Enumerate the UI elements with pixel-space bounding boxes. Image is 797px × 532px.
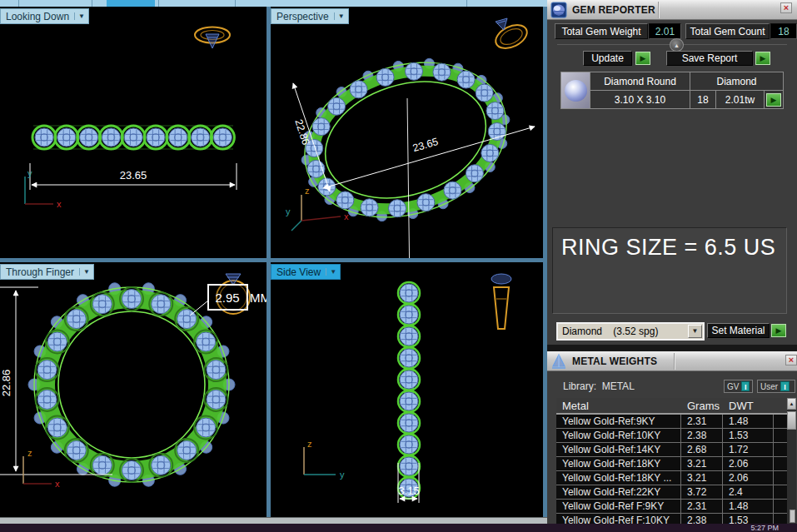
table-row[interactable]: Yellow Gold-Ref:10KY2.381.53	[556, 429, 787, 443]
ribbon-tabs-strip	[0, 0, 547, 7]
chevron-down-icon: ▼	[79, 268, 93, 276]
panel-title: METAL WEIGHTS	[572, 355, 657, 367]
gem-reporter-titlebar: GEM REPORTER	[547, 0, 797, 20]
table-header-row: Metal Grams DWT	[556, 398, 787, 415]
view-selector-label: Through Finger	[1, 266, 79, 278]
gem-reporter-panel: Total Gem Weight 2.01 Total Gem Count 18…	[547, 20, 797, 345]
view-selector-label: Side View	[271, 266, 326, 278]
gem-weight-cell: 2.01tw	[716, 91, 764, 108]
col-header-grams: Grams	[681, 398, 723, 413]
table-row[interactable]: Yellow Gold-Ref:14KY2.681.72	[556, 443, 787, 457]
table-row[interactable]: Yellow Gold-Ref:18KY ...3.212.06	[556, 471, 787, 485]
total-gem-weight-value: 2.01	[649, 23, 681, 39]
metal-weights-table: Metal Grams DWT Yellow Gold-Ref:9KY2.311…	[556, 398, 787, 528]
chevron-down-icon: ▼	[688, 325, 702, 338]
set-material-go-button[interactable]: ▶	[771, 324, 786, 337]
ribbon-active-tab	[107, 0, 155, 7]
viewport-perspective[interactable]: 22.86 23.65 z y x Perspective ▼	[271, 7, 547, 258]
axis-y-label: y	[286, 206, 291, 216]
table-row[interactable]: Yellow Gold-Ref F:9KY2.311.48	[556, 500, 787, 514]
scroll-up-icon[interactable]: ▲	[787, 398, 796, 410]
taskbar	[0, 524, 797, 532]
callout-value: 2.95	[215, 291, 239, 305]
view-selector-through-finger[interactable]: Through Finger ▼	[0, 264, 94, 280]
viewport-canvas-through-finger[interactable]: 22.86 2.95 MM z x	[0, 262, 266, 517]
gem-thumbnail	[561, 72, 590, 108]
axis-y-label: y	[340, 470, 345, 480]
view-orientation-icon	[491, 274, 511, 329]
application-window: 23.65 y x Looking Down ▼	[0, 0, 797, 532]
gem-size-cell: 3.10 X 3.10	[590, 91, 690, 108]
update-button[interactable]: Update	[583, 51, 632, 66]
gem-reporter-icon	[550, 2, 567, 18]
material-select-value: Diamond (3.52 spg)	[558, 326, 688, 337]
gem-image	[565, 80, 587, 102]
scrollbar-thumb[interactable]	[787, 411, 796, 430]
gem-count-cell: 18	[690, 91, 715, 108]
view-orientation-icon	[195, 27, 230, 49]
axis-z-label: z	[307, 439, 312, 449]
update-go-button[interactable]: ▶	[635, 52, 650, 65]
viewport-side-view[interactable]: 3.15 z y Side View ▼	[271, 262, 547, 517]
total-gem-weight-label: Total Gem Weight	[555, 23, 648, 39]
gv-indicator: I	[741, 381, 750, 391]
dimension-main: 23.65	[411, 136, 440, 154]
col-header-dwt: DWT	[723, 398, 774, 413]
chevron-down-icon: ▼	[334, 12, 348, 20]
status-strip	[0, 517, 547, 524]
dimension-width: 3.15	[398, 485, 419, 497]
gem-summary-table[interactable]: Diamond Round Diamond 3.10 X 3.10 18 2.0…	[560, 72, 784, 109]
viewport-canvas-side-view[interactable]: 3.15 z y	[271, 262, 547, 517]
viewport-through-finger[interactable]: 22.86 2.95 MM z x Through Finger ▼	[0, 262, 266, 517]
user-toggle-button[interactable]: User I	[757, 380, 795, 393]
col-header-metal: Metal	[556, 398, 681, 413]
axis-x-label: x	[57, 199, 62, 209]
view-selector-looking-down[interactable]: Looking Down ▼	[0, 8, 89, 24]
material-select[interactable]: Diamond (3.52 spg) ▼	[556, 322, 705, 341]
gv-toggle-button[interactable]: GV I	[724, 380, 753, 393]
dimension-left: 22.86	[292, 118, 311, 147]
gem-material-cell: Diamond	[690, 72, 783, 90]
user-indicator: I	[780, 381, 790, 391]
axis-x-label: x	[344, 211, 349, 221]
save-report-go-button[interactable]: ▶	[755, 52, 770, 65]
viewport-divider-horizontal[interactable]	[0, 258, 547, 262]
gem-row-go-button[interactable]: ▶	[766, 93, 781, 107]
close-icon[interactable]: ×	[785, 355, 797, 365]
axis-y-label: y	[27, 168, 32, 178]
save-report-button[interactable]: Save Report	[666, 51, 753, 66]
close-icon[interactable]: ×	[780, 2, 792, 13]
ring-size-text: RING SIZE = 6.5 US	[561, 235, 786, 261]
gem-name-cell: Diamond Round	[590, 72, 690, 90]
view-orientation-icon	[492, 18, 531, 53]
viewport-canvas-perspective[interactable]: 22.86 23.65 z y x	[271, 7, 547, 258]
table-row[interactable]: Yellow Gold-Ref:18KY3.212.06	[556, 457, 787, 471]
viewport-canvas-looking-down[interactable]: 23.65 y x	[0, 7, 266, 258]
view-selector-side-view[interactable]: Side View ▼	[271, 264, 341, 280]
taskbar-clock: 5:27 PM	[750, 524, 779, 532]
metal-weights-titlebar: METAL WEIGHTS	[547, 351, 797, 371]
metal-weights-panel: Library: METAL GV I User I Metal Grams D…	[547, 371, 797, 532]
panel-title: GEM REPORTER	[572, 4, 655, 16]
ring-size-panel: RING SIZE = 6.5 US	[552, 227, 787, 314]
axis-z-label: z	[27, 448, 32, 458]
viewport-looking-down[interactable]: 23.65 y x Looking Down ▼	[0, 7, 266, 258]
scale-icon	[550, 353, 567, 370]
view-selector-label: Looking Down	[1, 11, 74, 22]
axis-z-label: z	[305, 186, 310, 196]
collapse-handle[interactable]: ▲	[670, 38, 684, 52]
chevron-down-icon: ▼	[326, 268, 340, 276]
table-row[interactable]: Yellow Gold-Ref:9KY2.311.48	[556, 415, 787, 429]
total-gem-count-label: Total Gem Count	[685, 23, 770, 39]
total-gem-count-value: 18	[770, 23, 797, 39]
callout-unit: MM	[250, 291, 266, 305]
library-label: Library: METAL	[563, 380, 635, 392]
set-material-button[interactable]: Set Material	[707, 323, 770, 338]
window-scrollbar-fragment[interactable]	[790, 510, 795, 523]
dimension-width: 23.65	[120, 169, 147, 181]
chevron-down-icon: ▼	[74, 12, 88, 20]
dimension-height: 22.86	[0, 370, 12, 397]
view-selector-perspective[interactable]: Perspective ▼	[271, 8, 349, 24]
table-row[interactable]: Yellow Gold-Ref:22KY3.722.4	[556, 485, 787, 500]
view-selector-label: Perspective	[271, 11, 334, 22]
